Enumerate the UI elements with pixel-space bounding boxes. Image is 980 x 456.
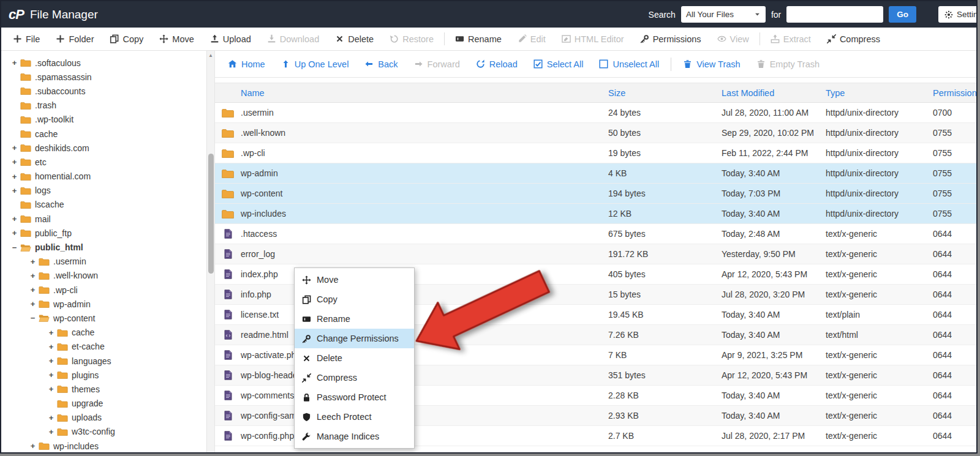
toolbar-copy-button[interactable]: Copy xyxy=(102,28,151,50)
context-menu-change-permissions[interactable]: Change Permissions xyxy=(295,329,414,348)
column-header-name[interactable]: Name xyxy=(241,88,608,98)
sidebar-item-public-html[interactable]: −public_html xyxy=(1,240,214,254)
sidebar-item-wp-admin[interactable]: +wp-admin xyxy=(1,297,214,311)
sidebar-item-homential-com[interactable]: +homential.com xyxy=(1,170,214,184)
table-row-wp-content[interactable]: wp-content194 bytesToday, 7:03 PMhttpd/u… xyxy=(215,184,976,204)
sidebar-item-public-ftp[interactable]: +public_ftp xyxy=(1,226,214,240)
sidebar-item-wp-content[interactable]: −wp-content xyxy=(1,311,214,325)
cell-size: 2.93 KB xyxy=(608,411,722,420)
nav-view-trash-link[interactable]: View Trash xyxy=(675,59,748,69)
sidebar-item-wp-includes[interactable]: +wp-includes xyxy=(1,439,214,453)
table-row-wp-includes[interactable]: wp-includes12 KBToday, 3:40 AMhttpd/unix… xyxy=(215,204,976,224)
cell-name: error_log xyxy=(241,249,608,259)
tree-expander: + xyxy=(10,172,19,181)
sidebar-item-uploads[interactable]: +uploads xyxy=(1,411,214,425)
toolbar-file-button[interactable]: File xyxy=(5,28,48,50)
toolbar-divider xyxy=(760,32,760,45)
row-icon-cell xyxy=(222,169,234,178)
sidebar-scrollbar[interactable]: ▲ xyxy=(206,51,214,454)
sidebar-item-plugins[interactable]: +plugins xyxy=(1,368,214,382)
toolbar-upload-button[interactable]: Upload xyxy=(202,28,259,50)
context-menu-rename[interactable]: Rename xyxy=(295,309,414,329)
sidebar-item-wp-toolkit[interactable]: .wp-toolkit xyxy=(1,113,214,127)
toolbar-compress-button[interactable]: Compress xyxy=(819,28,888,50)
context-menu-compress[interactable]: Compress xyxy=(295,368,414,387)
scrollbar-up-arrow[interactable]: ▲ xyxy=(207,51,214,60)
context-menu-delete[interactable]: Delete xyxy=(295,348,414,368)
sidebar-item-cache[interactable]: cache xyxy=(1,127,214,141)
sidebar-item-et-cache[interactable]: +et-cache xyxy=(1,340,214,354)
context-menu-manage-indices[interactable]: Manage Indices xyxy=(295,427,414,446)
toolbar-delete-button[interactable]: Delete xyxy=(327,28,382,50)
nav-select-all-link[interactable]: Select All xyxy=(526,59,592,69)
sidebar-item-subaccounts[interactable]: .subaccounts xyxy=(1,84,214,98)
sidebar-item-themes[interactable]: +themes xyxy=(1,382,214,396)
column-header-type[interactable]: Type xyxy=(826,88,933,98)
tree-expander: + xyxy=(10,143,19,152)
cell-size: 7.26 KB xyxy=(608,330,722,340)
context-menu-copy[interactable]: Copy xyxy=(295,290,414,309)
settings-button[interactable]: Settings xyxy=(938,6,978,23)
cell-size: 2.28 KB xyxy=(608,391,722,400)
file-icon xyxy=(224,269,232,279)
nav-unselect-all-link[interactable]: Unselect All xyxy=(591,59,667,69)
sidebar-item-well-known[interactable]: +.well-known xyxy=(1,269,214,283)
go-button[interactable]: Go xyxy=(889,6,916,23)
table-row-htaccess[interactable]: .htaccess675 bytesToday, 2:48 AMtext/x-g… xyxy=(215,224,976,244)
toolbar-permissions-button[interactable]: Permissions xyxy=(632,28,709,50)
sidebar-item-spamassassin[interactable]: .spamassassin xyxy=(1,70,214,84)
toolbar-folder-button[interactable]: Folder xyxy=(48,28,102,50)
context-menu-leech-protect[interactable]: Leech Protect xyxy=(295,407,414,427)
sidebar-item-mail[interactable]: +mail xyxy=(1,212,214,226)
sidebar-item-softaculous[interactable]: +.softaculous xyxy=(1,56,214,70)
sidebar-item-lscache[interactable]: lscache xyxy=(1,198,214,212)
column-header-last-modified[interactable]: Last Modified xyxy=(722,88,826,98)
tree-expander: + xyxy=(28,257,37,266)
sidebar-item-languages[interactable]: +languages xyxy=(1,354,214,368)
sidebar-item-cache[interactable]: +cache xyxy=(1,326,214,340)
file-html-icon xyxy=(224,330,232,340)
sidebar-item-usermin[interactable]: +.usermin xyxy=(1,255,214,269)
sidebar-item-wp-cli[interactable]: +.wp-cli xyxy=(1,283,214,297)
context-menu-password-protect[interactable]: Password Protect xyxy=(295,387,414,407)
menu-item-label: Password Protect xyxy=(317,392,386,402)
move-icon xyxy=(159,34,168,43)
cell-size: 191.72 KB xyxy=(608,249,722,259)
toolbar-move-button[interactable]: Move xyxy=(151,28,202,50)
context-menu-move[interactable]: Move xyxy=(295,270,414,290)
nav-reload-link[interactable]: Reload xyxy=(468,59,526,69)
table-row-usermin[interactable]: .usermin24 bytesJul 28, 2020, 11:00 AMht… xyxy=(215,103,976,123)
cell-modified: Feb 11, 2022, 2:44 PM xyxy=(722,148,826,158)
cell-size: 50 bytes xyxy=(608,128,722,138)
sidebar-item-etc[interactable]: +etc xyxy=(1,155,214,169)
table-row-well-known[interactable]: .well-known50 bytesSep 29, 2020, 10:02 P… xyxy=(215,123,976,143)
row-icon-cell xyxy=(222,209,234,219)
tree-expander: − xyxy=(10,243,19,252)
cell-permissions: 0755 xyxy=(933,209,976,219)
file-icon xyxy=(224,391,232,400)
table-row-error-log[interactable]: error_log191.72 KBYesterday, 9:50 PMtext… xyxy=(215,244,976,264)
table-row-wp-cli[interactable]: .wp-cli19 bytesFeb 11, 2022, 2:44 PMhttp… xyxy=(215,143,976,163)
nav-home-link[interactable]: Home xyxy=(220,59,273,69)
column-header-permissions[interactable]: Permissions xyxy=(933,88,976,98)
column-header-size[interactable]: Size xyxy=(608,88,722,98)
toolbar-rename-button[interactable]: Rename xyxy=(447,28,510,50)
nav-up-one-level-link[interactable]: Up One Level xyxy=(273,59,357,69)
table-row-wp-admin[interactable]: wp-admin4 KBToday, 3:40 AMhttpd/unix-dir… xyxy=(215,163,976,184)
sidebar-item-trash[interactable]: .trash xyxy=(1,99,214,113)
right-icon xyxy=(414,59,423,69)
cell-size: 351 bytes xyxy=(608,370,722,380)
sidebar-item-logs[interactable]: +logs xyxy=(1,184,214,198)
sidebar-item-upgrade[interactable]: upgrade xyxy=(1,397,214,411)
toolbar-edit-button: Edit xyxy=(510,28,554,50)
sidebar-item-deshikids-com[interactable]: +deshikids.com xyxy=(1,141,214,155)
toolbar-view-button: View xyxy=(709,28,757,50)
toolbar-label: Move xyxy=(172,34,194,44)
search-scope-select[interactable]: All Your Files xyxy=(681,6,766,23)
scrollbar-thumb[interactable] xyxy=(208,154,214,274)
search-input[interactable] xyxy=(786,6,883,23)
search-label: Search xyxy=(649,10,676,20)
sidebar-item-w3tc-config[interactable]: +w3tc-config xyxy=(1,425,214,439)
nav-back-link[interactable]: Back xyxy=(356,59,405,69)
cell-modified: Today, 3:40 AM xyxy=(722,168,826,178)
